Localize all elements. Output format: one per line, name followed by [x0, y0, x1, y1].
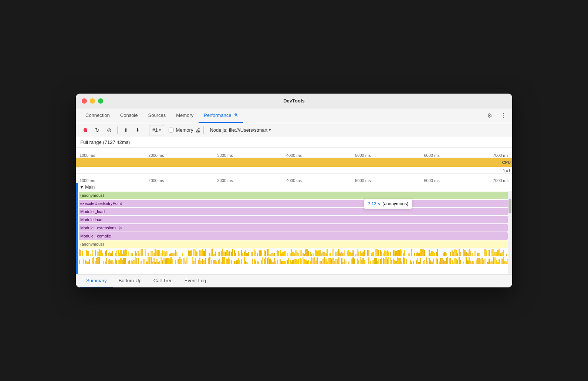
b-time-1000: 1000 ms — [80, 178, 95, 183]
toolbar: ⏺ ↻ ⊘ ⬆ ⬇ #1 ▾ Memory 🖨 Node.js: file://… — [76, 123, 512, 137]
minimize-button[interactable] — [90, 98, 95, 104]
content-area: Full range (7127.42ms) 1000 ms 2000 ms 3… — [76, 137, 512, 274]
node-dropdown-icon: ▾ — [269, 128, 271, 132]
time-mark-3000: 3000 ms — [217, 153, 233, 158]
b-time-5000: 5000 ms — [355, 178, 371, 183]
tab-performance[interactable]: Performance ⚗ — [199, 108, 243, 123]
settings-icon[interactable]: ⚙ — [486, 112, 494, 120]
title-bar: DevTools — [76, 94, 512, 108]
flame-rows: (anonymous) executeUserEntryPoint 7.12 s… — [76, 191, 512, 274]
profile-selector[interactable]: #1 ▾ — [149, 125, 164, 135]
main-label-row: ▼ Main — [76, 183, 512, 191]
b-time-3000: 3000 ms — [217, 178, 233, 183]
time-mark-6000: 6000 ms — [424, 153, 439, 158]
separator-2 — [146, 127, 146, 134]
tab-memory[interactable]: Memory — [171, 108, 199, 123]
time-mark-2000: 2000 ms — [148, 153, 164, 158]
tab-connection[interactable]: Connection — [80, 108, 115, 123]
tab-console[interactable]: Console — [115, 108, 143, 123]
flame-row-anon2[interactable]: (anonymous) — [76, 240, 512, 248]
flame-row-module-load2[interactable]: Module.load — [76, 216, 512, 224]
main-section-label: ▼ Main — [80, 185, 95, 190]
b-time-6000: 6000 ms — [424, 178, 439, 183]
empty-row — [76, 264, 512, 274]
more-options-icon[interactable]: ⋮ — [500, 112, 508, 120]
separator-3 — [203, 127, 204, 134]
tab-bottom-up[interactable]: Bottom-Up — [113, 274, 148, 287]
close-button[interactable] — [82, 98, 87, 104]
time-mark-7000: 7000 ms — [493, 153, 508, 158]
node-label: Node.js: file:///Users/stmart — [210, 127, 267, 133]
clear-button[interactable]: ⊘ — [104, 125, 114, 135]
memory-icon: 🖨 — [195, 127, 200, 133]
time-ruler-inner-top: 1000 ms 2000 ms 3000 ms 4000 ms 5000 ms … — [76, 153, 512, 158]
profile-label: #1 — [152, 127, 158, 133]
cpu-bar[interactable]: CPU — [76, 158, 512, 167]
range-label: Full range (7127.42ms) — [76, 137, 512, 148]
vertical-scrollbar[interactable] — [508, 191, 512, 274]
cpu-label: CPU — [502, 160, 511, 165]
flame-block-execute[interactable]: executeUserEntryPoint — [79, 200, 508, 207]
devtools-window: DevTools Connection Console Sources Memo… — [76, 94, 512, 287]
flame-block-module-compile[interactable]: Module._compile — [79, 232, 508, 240]
flame-row-module-compile[interactable]: Module._compile — [76, 232, 512, 240]
flame-row-execute[interactable]: executeUserEntryPoint 7.12 s (anonymous) — [76, 199, 512, 208]
flame-block-module-ext[interactable]: Module._extensions..js — [79, 224, 508, 232]
time-ruler-top: 1000 ms 2000 ms 3000 ms 4000 ms 5000 ms … — [76, 148, 512, 158]
net-label: NET — [503, 168, 511, 172]
reload-button[interactable]: ↻ — [92, 125, 102, 135]
net-bar[interactable]: NET — [76, 167, 512, 173]
window-title: DevTools — [283, 98, 305, 104]
tooltip-label: (anonymous) — [382, 201, 408, 206]
window-controls — [82, 98, 103, 104]
tabs-bar: Connection Console Sources Memory Perfor… — [76, 108, 512, 123]
flame-tooltip: 7.12 s (anonymous) — [364, 199, 412, 209]
timeline-left-handle[interactable] — [76, 183, 78, 274]
flask-icon: ⚗ — [233, 112, 238, 118]
bottom-tabs: Summary Bottom-Up Call Tree Event Log — [76, 274, 512, 287]
memory-checkbox[interactable]: Memory 🖨 — [169, 127, 200, 133]
memory-check-input[interactable] — [169, 128, 173, 132]
node-selector[interactable]: Node.js: file:///Users/stmart ▾ — [210, 127, 271, 133]
separator-1 — [117, 127, 118, 134]
download-button[interactable]: ⬇ — [132, 125, 143, 135]
memory-check-label: Memory — [176, 127, 193, 133]
tab-event-log[interactable]: Event Log — [179, 274, 212, 287]
tabs-right: ⚙ ⋮ — [486, 112, 508, 120]
b-time-7000: 7000 ms — [493, 178, 508, 183]
flame-block-module-load2[interactable]: Module.load — [79, 216, 508, 223]
b-time-2000: 2000 ms — [148, 178, 164, 183]
record-button[interactable]: ⏺ — [80, 125, 91, 135]
flame-row-anon1[interactable]: (anonymous) — [76, 191, 512, 199]
b-time-4000: 4000 ms — [286, 178, 302, 183]
tab-call-tree[interactable]: Call Tree — [148, 274, 179, 287]
time-mark-1000: 1000 ms — [80, 153, 95, 158]
profile-dropdown-icon: ▾ — [159, 128, 161, 132]
flame-row-module-ext[interactable]: Module._extensions..js — [76, 224, 512, 232]
mini-bars-row-1[interactable]: // Will generate via JS below — [76, 248, 512, 256]
flame-block-module-load[interactable]: Module._load — [79, 208, 508, 215]
time-mark-5000: 5000 ms — [355, 153, 371, 158]
flame-block-anon2[interactable]: (anonymous) — [79, 240, 508, 248]
top-timeline: 1000 ms 2000 ms 3000 ms 4000 ms 5000 ms … — [76, 148, 512, 173]
mini-bars-row-2[interactable] — [76, 256, 512, 264]
tooltip-time: 7.12 s — [368, 201, 380, 206]
flame-section: 1000 ms 2000 ms 3000 ms 4000 ms 5000 ms … — [76, 173, 512, 274]
time-ruler-bottom: 1000 ms 2000 ms 3000 ms 4000 ms 5000 ms … — [76, 173, 512, 183]
flame-row-module-load[interactable]: Module._load — [76, 208, 512, 216]
tab-summary[interactable]: Summary — [80, 274, 113, 287]
maximize-button[interactable] — [98, 98, 103, 104]
tab-sources[interactable]: Sources — [143, 108, 171, 123]
time-mark-4000: 4000 ms — [286, 153, 302, 158]
flame-block-anon1[interactable]: (anonymous) — [79, 192, 508, 199]
upload-button[interactable]: ⬆ — [121, 125, 131, 135]
scrollbar-thumb[interactable] — [508, 199, 511, 213]
